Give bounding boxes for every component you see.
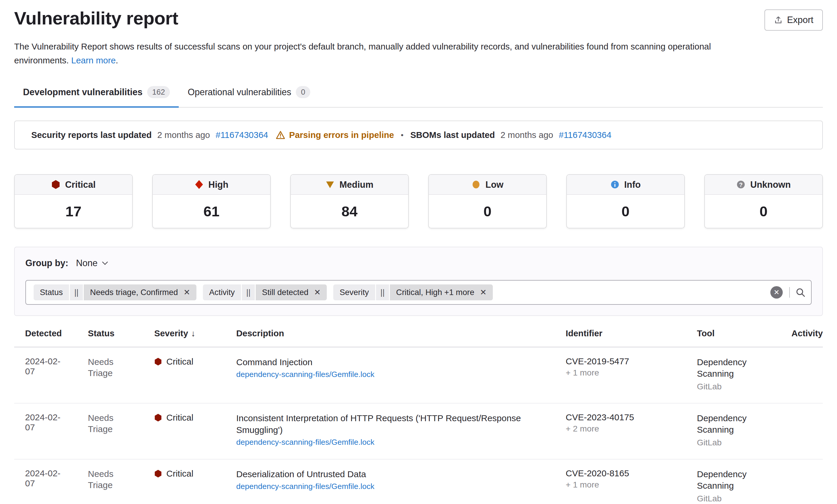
security-reports-label: Security reports last updated	[31, 130, 152, 140]
sbom-label: SBOMs last updated	[410, 130, 495, 140]
severity-card-count: 84	[291, 195, 408, 228]
vulnerability-title[interactable]: Inconsistent Interpretation of HTTP Requ…	[236, 412, 548, 436]
group-by-value: None	[76, 258, 97, 268]
token-field[interactable]: Severity	[333, 284, 375, 300]
severity-card-medium: Medium 84	[290, 174, 409, 228]
severity-card-critical: Critical 17	[14, 174, 133, 228]
search-icon	[795, 287, 806, 298]
tool-vendor: GitLab	[697, 493, 763, 504]
severity-high-icon	[195, 180, 203, 189]
token-value[interactable]: Critical, High +1 more ✕	[390, 284, 493, 300]
severity-card-low: Low 0	[428, 174, 547, 228]
token-field[interactable]: Status	[34, 284, 69, 300]
security-reports-time: 2 months ago	[157, 130, 210, 140]
page-title: Vulnerability report	[14, 8, 178, 29]
filtered-search-bar: Status || Needs triage, Confirmed ✕ Acti…	[25, 280, 812, 305]
cell-identifier: CVE-2023-40175 + 2 more	[566, 404, 697, 459]
table-header: Detected Status Severity↓ Description Id…	[14, 316, 823, 348]
table-row[interactable]: 2024-02-07 Needs Triage Critical Inconsi…	[14, 404, 823, 460]
severity-card-label: High	[209, 180, 229, 190]
filter-search-input[interactable]: Status || Needs triage, Confirmed ✕ Acti…	[26, 281, 770, 304]
search-button[interactable]	[789, 287, 811, 298]
parsing-errors-text: Parsing errors in pipeline	[289, 130, 394, 140]
severity-card-info: Info 0	[566, 174, 685, 228]
description-period: .	[115, 55, 118, 65]
filter-token-status: Status || Needs triage, Confirmed ✕	[34, 284, 196, 300]
severity-label: Critical	[166, 468, 194, 479]
tool-name: Dependency Scanning	[697, 356, 763, 379]
export-button[interactable]: Export	[764, 10, 823, 31]
scan-status-bar: Security reports last updated 2 months a…	[14, 120, 823, 149]
filter-token-severity: Severity || Critical, High +1 more ✕	[333, 284, 493, 300]
severity-card-label: Critical	[65, 180, 95, 190]
severity-card-count: 0	[429, 195, 546, 228]
cell-status: Needs Triage	[88, 460, 154, 504]
table-row[interactable]: 2024-02-07 Needs Triage Critical Deseria…	[14, 460, 823, 504]
tab-development-vulnerabilities[interactable]: Development vulnerabilities 162	[14, 79, 179, 108]
token-operator[interactable]: ||	[242, 284, 255, 300]
column-header-detected: Detected	[14, 316, 88, 347]
cell-severity: Critical	[154, 404, 236, 459]
group-by-label: Group by:	[25, 258, 68, 268]
cell-status: Needs Triage	[88, 404, 154, 459]
severity-label: Critical	[166, 412, 194, 423]
severity-card-count: 0	[705, 195, 822, 228]
security-pipeline-link[interactable]: #1167430364	[216, 130, 268, 140]
severity-card-high: High 61	[152, 174, 271, 228]
token-field[interactable]: Activity	[203, 284, 241, 300]
cell-severity: Critical	[154, 460, 236, 504]
sbom-time: 2 months ago	[500, 130, 553, 140]
chevron-down-icon	[102, 261, 108, 265]
tool-name: Dependency Scanning	[697, 412, 763, 435]
page-description: The Vulnerability Report shows results o…	[14, 39, 751, 67]
cell-description: Deserialization of Untrusted Data depend…	[236, 460, 566, 504]
remove-token-icon[interactable]: ✕	[480, 288, 487, 297]
tab-count-badge: 162	[147, 86, 170, 98]
parsing-errors-warning: Parsing errors in pipeline	[275, 130, 394, 140]
tab-label: Development vulnerabilities	[23, 87, 142, 97]
clear-filters-icon[interactable]: ✕	[770, 286, 783, 299]
remove-token-icon[interactable]: ✕	[183, 288, 190, 297]
severity-header-label: Severity	[154, 328, 188, 338]
learn-more-link[interactable]: Learn more	[71, 55, 116, 65]
vulnerability-title[interactable]: Deserialization of Untrusted Data	[236, 468, 548, 480]
warning-icon	[275, 130, 285, 140]
remove-token-icon[interactable]: ✕	[314, 288, 321, 297]
severity-card-count: 0	[567, 195, 684, 228]
vulnerability-location-link[interactable]: dependency-scanning-files/Gemfile.lock	[236, 370, 548, 379]
column-header-tool: Tool	[697, 316, 781, 347]
severity-card-label: Low	[485, 180, 503, 190]
vulnerability-report-page: Vulnerability report Export The Vulnerab…	[0, 0, 837, 504]
vulnerabilities-table: Detected Status Severity↓ Description Id…	[14, 316, 823, 504]
table-row[interactable]: 2024-02-07 Needs Triage Critical Command…	[14, 348, 823, 404]
vulnerability-title[interactable]: Command Injection	[236, 356, 548, 368]
severity-card-label: Unknown	[750, 180, 791, 190]
group-by-dropdown[interactable]: None	[76, 258, 108, 268]
token-value[interactable]: Still detected ✕	[256, 284, 327, 300]
cell-tool: Dependency Scanning GitLab	[697, 460, 781, 504]
cell-description: Inconsistent Interpretation of HTTP Requ…	[236, 404, 566, 459]
token-operator[interactable]: ||	[70, 284, 83, 300]
vulnerability-location-link[interactable]: dependency-scanning-files/Gemfile.lock	[236, 482, 548, 491]
identifier-more: + 1 more	[566, 480, 679, 489]
column-header-activity: Activity	[781, 316, 823, 347]
cell-identifier: CVE-2019-5477 + 1 more	[566, 348, 697, 403]
token-value-text: Critical, High +1 more	[396, 288, 474, 297]
cell-activity	[781, 348, 823, 403]
column-header-severity[interactable]: Severity↓	[154, 316, 236, 347]
severity-medium-icon	[326, 180, 335, 189]
token-value-text: Needs triage, Confirmed	[90, 288, 178, 297]
vulnerability-location-link[interactable]: dependency-scanning-files/Gemfile.lock	[236, 438, 548, 447]
identifier-primary: CVE-2020-8165	[566, 468, 679, 478]
token-value[interactable]: Needs triage, Confirmed ✕	[84, 284, 196, 300]
tab-operational-vulnerabilities[interactable]: Operational vulnerabilities 0	[179, 79, 319, 108]
token-operator[interactable]: ||	[376, 284, 389, 300]
sort-descending-icon: ↓	[191, 329, 196, 338]
filter-bar-actions: ✕	[770, 281, 811, 304]
cell-description: Command Injection dependency-scanning-fi…	[236, 348, 566, 403]
severity-critical-icon	[154, 413, 162, 422]
severity-label: Critical	[166, 356, 194, 367]
cell-tool: Dependency Scanning GitLab	[697, 404, 781, 459]
sbom-pipeline-link[interactable]: #1167430364	[559, 130, 611, 140]
severity-card-unknown: ? Unknown 0	[704, 174, 823, 228]
